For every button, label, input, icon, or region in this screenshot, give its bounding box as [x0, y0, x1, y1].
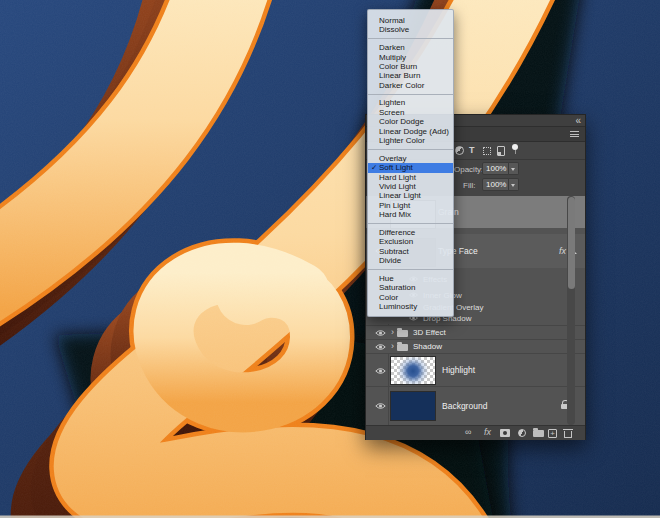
collapse-panel-icon[interactable]: «	[575, 115, 580, 126]
menu-item-overlay[interactable]: Overlay	[368, 154, 453, 163]
blend-mode-dropdown-menu: Normal Dissolve Darken Multiply Color Bu…	[367, 9, 454, 317]
menu-item-pin-light[interactable]: Pin Light	[368, 201, 453, 210]
fill-dropdown-button[interactable]	[509, 178, 519, 191]
smart-object-filter-icon[interactable]	[497, 146, 505, 156]
group-row-shadow[interactable]: › Shadow	[366, 340, 585, 354]
menu-item-difference[interactable]: Difference	[368, 228, 453, 237]
shape-filter-icon[interactable]	[483, 147, 491, 155]
menu-item-color[interactable]: Color	[368, 293, 453, 302]
layer-thumbnail[interactable]	[390, 391, 436, 421]
menu-separator	[368, 38, 453, 39]
group-name: Shadow	[413, 340, 442, 354]
opacity-label: Opacity:	[454, 163, 483, 176]
checkmark-icon: ✓	[371, 163, 377, 173]
menu-item-hue[interactable]: Hue	[368, 274, 453, 283]
adjustment-filter-icon[interactable]	[455, 146, 464, 155]
new-group-icon[interactable]	[533, 430, 544, 437]
menu-item-hard-mix[interactable]: Hard Mix	[368, 210, 453, 219]
menu-item-vivid-light[interactable]: Vivid Light	[368, 182, 453, 191]
menu-item-multiply[interactable]: Multiply	[368, 53, 453, 62]
menu-item-darken[interactable]: Darken	[368, 43, 453, 52]
visibility-eye-icon[interactable]	[375, 367, 386, 375]
scrollbar-thumb[interactable]	[568, 197, 575, 289]
menu-item-screen[interactable]: Screen	[368, 108, 453, 117]
menu-separator	[368, 223, 453, 224]
menu-separator	[368, 269, 453, 270]
menu-item-lighten[interactable]: Lighten	[368, 98, 453, 107]
menu-item-darker-color[interactable]: Darker Color	[368, 81, 453, 90]
chevron-down-icon	[511, 184, 515, 187]
menu-item-label: Soft Light	[379, 163, 413, 172]
menu-item-normal[interactable]: Normal	[368, 16, 453, 25]
opacity-value-field[interactable]: 100%	[482, 162, 509, 175]
menu-item-dissolve[interactable]: Dissolve	[368, 25, 453, 34]
layer-thumbnail[interactable]	[390, 356, 436, 385]
menu-item-linear-burn[interactable]: Linear Burn	[368, 71, 453, 80]
filter-toggle-icon[interactable]	[512, 144, 518, 150]
photoshop-screenshot: « T Opacity: 100% Fill: 100% Grain	[0, 0, 660, 518]
fill-label: Fill:	[463, 179, 475, 192]
layer-row-highlight[interactable]: Highlight	[366, 354, 585, 387]
group-name: 3D Effect	[413, 326, 446, 340]
menu-item-hard-light[interactable]: Hard Light	[368, 173, 453, 182]
menu-item-divide[interactable]: Divide	[368, 256, 453, 265]
panel-menu-icon[interactable]	[570, 131, 579, 138]
menu-separator	[368, 149, 453, 150]
type-filter-icon[interactable]: T	[469, 145, 475, 156]
menu-item-exclusion[interactable]: Exclusion	[368, 237, 453, 246]
opacity-dropdown-button[interactable]	[509, 162, 519, 175]
menu-item-subtract[interactable]: Subtract	[368, 247, 453, 256]
expand-arrow-icon[interactable]: ›	[391, 326, 394, 339]
fx-badge: fx	[559, 246, 566, 256]
folder-icon	[397, 344, 408, 351]
group-row-3d-effect[interactable]: › 3D Effect	[366, 326, 585, 340]
new-layer-icon[interactable]: +	[548, 429, 557, 438]
panel-bottom-toolbar: ∞ fx +	[366, 425, 585, 440]
visibility-eye-icon[interactable]	[375, 402, 386, 410]
layer-name: Background	[442, 387, 487, 425]
menu-item-color-burn[interactable]: Color Burn	[368, 62, 453, 71]
add-layer-mask-icon[interactable]	[500, 429, 510, 437]
fill-value-field[interactable]: 100%	[482, 178, 509, 191]
folder-icon	[397, 330, 408, 337]
adjustment-layer-icon[interactable]	[518, 429, 526, 437]
menu-item-color-dodge[interactable]: Color Dodge	[368, 117, 453, 126]
layer-style-fx-icon[interactable]: fx	[484, 428, 491, 437]
expand-arrow-icon[interactable]: ›	[391, 340, 394, 353]
visibility-eye-icon[interactable]	[375, 329, 386, 337]
layer-row-background[interactable]: Background	[366, 387, 585, 425]
visibility-eye-icon[interactable]	[375, 343, 386, 351]
layer-name: Highlight	[442, 354, 475, 387]
menu-item-saturation[interactable]: Saturation	[368, 283, 453, 292]
menu-separator	[368, 94, 453, 95]
delete-layer-icon[interactable]	[564, 431, 572, 438]
menu-item-soft-light[interactable]: ✓ Soft Light	[368, 163, 453, 172]
folder-icon	[533, 430, 544, 437]
menu-item-linear-light[interactable]: Linear Light	[368, 191, 453, 200]
menu-item-linear-dodge-add[interactable]: Linear Dodge (Add)	[368, 127, 453, 136]
chevron-down-icon	[511, 168, 515, 171]
menu-item-luminosity[interactable]: Luminosity	[368, 302, 453, 311]
scrollbar[interactable]	[567, 196, 575, 425]
link-layers-icon[interactable]: ∞	[465, 428, 471, 437]
menu-item-lighter-color[interactable]: Lighter Color	[368, 136, 453, 145]
